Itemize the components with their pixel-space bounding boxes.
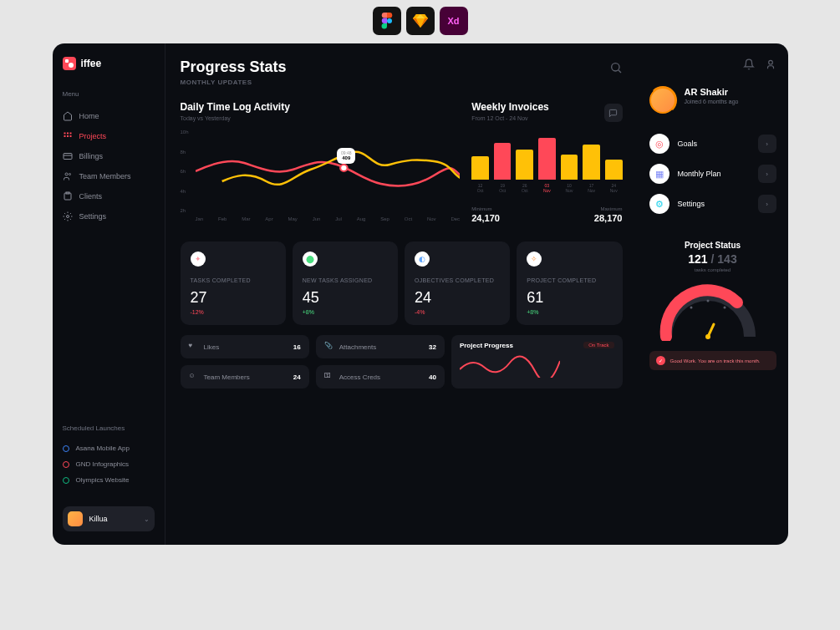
project-status-section: Project Status 121 / 143 tasks completed… <box>649 241 776 370</box>
avatar <box>68 511 83 526</box>
svg-rect-5 <box>67 135 69 137</box>
brand-name: iffee <box>81 58 102 69</box>
figma-icon <box>373 7 401 35</box>
dot-icon <box>63 445 69 452</box>
max-stat: Maximum28,170 <box>594 206 623 223</box>
stat-card[interactable]: ◐OJBECTIVES COMPLETED24-4% <box>405 241 510 325</box>
card-icon <box>63 151 73 161</box>
bar-chart <box>471 130 622 180</box>
line-chart <box>196 130 461 213</box>
svg-point-9 <box>65 173 68 175</box>
svg-point-17 <box>768 60 772 64</box>
project-progress-card[interactable]: Project Progress On Track <box>451 335 623 389</box>
logo-mark-icon <box>63 57 76 70</box>
search-icon[interactable] <box>609 61 623 74</box>
svg-point-14 <box>611 63 619 70</box>
y-axis-labels: 10h8h6h4h2h <box>181 130 189 213</box>
sc-icon: ☺ <box>189 372 199 382</box>
svg-line-15 <box>619 70 621 73</box>
invoices-section: Weekly Invoices From 12 Oct - 24 Nov 12O… <box>471 101 622 230</box>
sidebar: iffee Menu Home Projects Billings Team M… <box>53 43 165 545</box>
card-icon: ◐ <box>415 251 430 267</box>
small-stat-card[interactable]: ⚿Access Creds40 <box>316 365 445 389</box>
right-menu-button[interactable]: ⚙Settings› <box>649 194 776 214</box>
stat-card[interactable]: ✦TASKS COMPLETED27-12% <box>181 241 286 325</box>
design-tool-badges: Xd <box>373 7 468 35</box>
small-stat-card[interactable]: ♥Likes16 <box>181 335 309 358</box>
small-stat-card[interactable]: ☺Team Members24 <box>181 365 309 389</box>
stat-card[interactable]: ✧PROJECT COMPLETED61+8% <box>517 241 622 325</box>
chevron-right-icon: › <box>758 195 776 213</box>
svg-point-10 <box>69 174 70 175</box>
page-subtitle: MONTHLY UPDATES <box>181 79 623 86</box>
sidebar-item-clients[interactable]: Clients <box>63 186 155 206</box>
app-window: iffee Menu Home Projects Billings Team M… <box>53 43 788 545</box>
small-stat-cards: ♥Likes16📎Attachments32☺Team Members24⚿Ac… <box>181 335 445 389</box>
stat-card[interactable]: ⬤NEW TASKS ASSIGNED45+8% <box>293 241 398 325</box>
svg-point-21 <box>706 300 709 302</box>
svg-rect-6 <box>69 135 71 137</box>
page-title: Progress Stats <box>181 58 287 76</box>
svg-point-19 <box>705 334 710 339</box>
chevron-down-icon: ⌄ <box>144 516 150 523</box>
sidebar-item-home[interactable]: Home <box>63 106 155 126</box>
activity-sub: Today vs Yesterday <box>181 115 461 121</box>
bar-labels: 12Oct19Oct26Oct03Nov10Nov17Nov24Nov <box>471 183 622 193</box>
sc-icon: ♥ <box>189 342 199 352</box>
gauge-chart <box>649 282 766 341</box>
svg-point-13 <box>66 216 69 218</box>
sketch-icon <box>406 7 435 35</box>
svg-rect-1 <box>64 133 65 135</box>
user-switcher[interactable]: Killua ⌄ <box>63 506 155 531</box>
launches-heading: Scheduled Launches <box>63 424 155 432</box>
user-icon[interactable] <box>765 58 776 70</box>
briefcase-icon <box>63 191 73 201</box>
menu-icon: ⚙ <box>649 194 669 214</box>
sidebar-item-settings[interactable]: Settings <box>63 206 155 226</box>
right-menu-button[interactable]: ◎Goals› <box>649 134 776 154</box>
chart-tooltip: 09:48 409 <box>337 148 356 164</box>
activity-title: Daily Time Log Activity <box>181 101 461 113</box>
check-icon: ✓ <box>656 356 665 365</box>
main-content: Progress Stats MONTHLY UPDATES Daily Tim… <box>165 43 638 545</box>
svg-point-16 <box>340 165 347 171</box>
svg-point-20 <box>690 307 692 309</box>
gear-icon <box>63 211 73 221</box>
card-icon: ⬤ <box>303 251 318 267</box>
menu-heading: Menu <box>63 90 155 98</box>
dot-icon <box>63 477 69 484</box>
sidebar-item-team[interactable]: Team Members <box>63 166 155 186</box>
right-menu-button[interactable]: ▦Monthly Plan› <box>649 164 776 184</box>
sidebar-item-billings[interactable]: Billings <box>63 146 155 166</box>
right-sidebar: AR Shakir Joined 6 months ago ◎Goals›▦Mo… <box>638 43 788 545</box>
invoice-action-button[interactable] <box>604 104 623 122</box>
grid-icon <box>63 131 73 141</box>
status-badge: On Track <box>583 342 613 348</box>
launch-item[interactable]: GND Infographics <box>63 456 155 472</box>
card-icon: ✧ <box>527 251 542 267</box>
bell-icon[interactable] <box>743 58 755 70</box>
svg-rect-3 <box>69 133 71 135</box>
activity-chart-section: Daily Time Log Activity Today vs Yesterd… <box>181 101 461 230</box>
small-stat-card[interactable]: 📎Attachments32 <box>316 335 445 358</box>
svg-point-22 <box>723 307 725 309</box>
menu-icon: ▦ <box>649 164 669 184</box>
home-icon <box>63 111 73 121</box>
launch-item[interactable]: Asana Mobile App <box>63 440 155 456</box>
launch-item[interactable]: Olympics Website <box>63 472 155 488</box>
invoices-title: Weekly Invoices <box>471 101 622 113</box>
sparkline <box>460 353 560 378</box>
status-alert: ✓ Good Work. You are on track this month… <box>649 351 776 370</box>
svg-rect-4 <box>64 135 65 137</box>
svg-point-0 <box>387 18 392 23</box>
dot-icon <box>63 461 69 468</box>
chevron-right-icon: › <box>758 165 776 183</box>
sidebar-item-projects[interactable]: Projects <box>63 126 155 146</box>
x-axis-labels: JanFebMarAprMayJunJulAugSepOctNovDec <box>196 216 461 221</box>
logo[interactable]: iffee <box>63 57 155 70</box>
sc-icon: ⚿ <box>324 372 334 382</box>
profile-block[interactable]: AR Shakir Joined 6 months ago <box>649 87 776 114</box>
avatar <box>649 87 676 114</box>
sc-icon: 📎 <box>324 342 334 352</box>
xd-icon: Xd <box>440 7 468 35</box>
